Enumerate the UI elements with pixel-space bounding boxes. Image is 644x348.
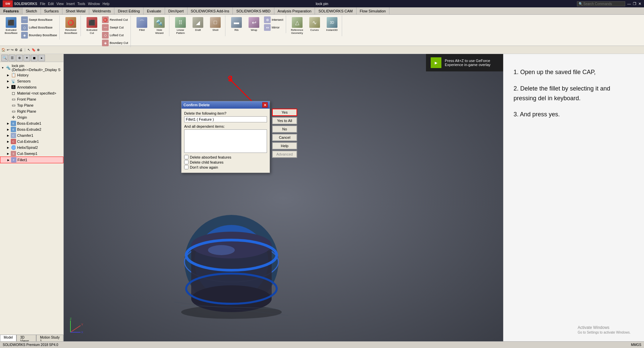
feature-tabs: Features Sketch Surfaces Sheet Metal Wel… <box>0 7 644 15</box>
tab-evaluate[interactable]: Evaluate <box>144 7 165 14</box>
tree-item-cut-sweep1[interactable]: ▶ S Cut-Sweep1 <box>0 151 63 157</box>
panel-btn-6[interactable]: ▸ <box>38 55 45 61</box>
tab-weldments[interactable]: Weldments <box>89 7 115 14</box>
dialog-cancel-btn[interactable]: Cancel <box>272 134 297 141</box>
tree-expand-boss-extrude2[interactable]: ▶ <box>5 127 11 132</box>
close-btn[interactable]: ✕ <box>638 2 641 6</box>
fillet-btn[interactable]: ⌒ Fillet <box>133 16 150 36</box>
tree-root[interactable]: ▼ 🔩 lock pin (Default<<Default>_Display … <box>0 63 63 72</box>
menu-help[interactable]: Help <box>103 2 110 6</box>
dialog-advanced-btn[interactable]: Advanced <box>272 151 297 158</box>
tree-item-annotations[interactable]: ▶ 🅰 Annotations <box>0 84 63 90</box>
toolbar-icon-snap[interactable]: ⊕ <box>37 48 40 52</box>
shell-btn[interactable]: □ Shell <box>207 16 224 36</box>
tree-item-cut-extrude1[interactable]: ▶ C Cut-Extrude1 <box>0 138 63 144</box>
menu-tools[interactable]: Tools <box>77 2 85 6</box>
dialog-checkbox-child[interactable] <box>184 160 189 164</box>
tree-item-history[interactable]: ▶ 📋 History <box>0 72 63 78</box>
tab-surfaces[interactable]: Surfaces <box>41 7 62 14</box>
menu-window[interactable]: Window <box>88 2 100 6</box>
tree-item-fillet1[interactable]: ▶ F Fillet1 2 <box>0 157 63 163</box>
minimize-btn[interactable]: — <box>627 2 631 6</box>
tree-item-front-plane[interactable]: ▭ Front Plane <box>0 96 63 102</box>
curves-btn[interactable]: ∿ Curves <box>306 16 323 36</box>
swept-cut-btn[interactable]: 〰 Swept Cut <box>101 24 129 31</box>
extruded-cut-btn[interactable]: ⬛ Extruded Cut <box>84 16 100 47</box>
wrap-btn[interactable]: ↩ Wrap <box>246 16 262 33</box>
panel-btn-4[interactable]: ✦ <box>23 55 30 61</box>
tab-sheet-metal[interactable]: Sheet Metal <box>62 7 89 14</box>
revolved-cut-btn[interactable]: ⭕ Revolved Cut <box>101 16 129 23</box>
tree-expand-chamfer1[interactable]: ▶ <box>5 133 11 138</box>
lofted-boss-base-btn[interactable]: ◇ Lofted Boss/Base <box>20 24 58 31</box>
tree-expand-fillet1[interactable]: ▶ <box>6 157 11 163</box>
linear-pattern-btn[interactable]: ⠿ Linear Pattern <box>172 16 189 36</box>
tree-expand-cut-extrude1[interactable]: ▶ <box>5 139 11 144</box>
tab-direct-editing[interactable]: Direct Editing <box>114 7 143 14</box>
tree-expand-history[interactable]: ▶ <box>5 72 11 78</box>
tab-flow[interactable]: Flow Simulation <box>357 7 390 14</box>
tree-expand-boss-extrude1[interactable]: ▶ <box>5 121 11 126</box>
instant3d-btn[interactable]: 3D Instant3D <box>324 16 340 36</box>
toolbar-icon-1[interactable]: 🏠 <box>1 48 5 52</box>
tree-item-helix-spiral2[interactable]: ▶ 🌀 Helix/Spiral2 <box>0 144 63 151</box>
dialog-checkbox-absorbed[interactable] <box>184 155 189 159</box>
menu-file[interactable]: File <box>40 2 45 6</box>
menu-view[interactable]: View <box>56 2 64 6</box>
toolbar-icon-5[interactable]: 🖨 <box>19 48 22 52</box>
tree-expand-helix-spiral2[interactable]: ▶ <box>5 145 11 150</box>
intersect-btn[interactable]: ⊗ Intersect <box>263 16 284 23</box>
tree-item-boss-extrude2[interactable]: ▶ E Boss-Extrude2 <box>0 126 63 132</box>
toolbar-icon-cursor[interactable]: ↖ <box>28 48 30 52</box>
tab-cam[interactable]: SOLIDWORKS CAM <box>315 7 356 14</box>
rib-btn[interactable]: ▬ Rib <box>228 16 245 33</box>
tab-analysis[interactable]: Analysis Preparation <box>274 7 315 14</box>
panel-btn-3[interactable]: ⊕ <box>16 55 23 61</box>
menu-insert[interactable]: Insert <box>66 2 75 6</box>
boundary-boss-base-btn[interactable]: ◈ Boundary Boss/Base <box>20 32 58 39</box>
toolbar-icon-2[interactable]: ↩ <box>7 48 9 52</box>
tree-item-chamfer1[interactable]: ▶ C Chamfer1 <box>0 132 63 138</box>
tree-item-origin[interactable]: ✛ Origin <box>0 114 63 120</box>
dialog-checkbox-dont-show[interactable] <box>184 165 189 169</box>
toolbar-icon-4[interactable]: ⚙ <box>15 48 18 52</box>
tree-expand-root[interactable]: ▼ <box>0 65 5 70</box>
tree-item-right-plane[interactable]: ▭ Right Plane <box>0 108 63 114</box>
lofted-cut-btn[interactable]: ◇ Lofted Cut <box>101 32 129 39</box>
dialog-close-btn[interactable]: ✕ <box>262 102 268 108</box>
toolbar-icon-bookmark[interactable]: 🔖 <box>32 48 36 52</box>
dialog-yes-btn[interactable]: Yes <box>272 109 297 116</box>
tab-addins[interactable]: SOLIDWORKS Add-Ins <box>187 7 233 14</box>
svg-text:X: X <box>81 331 83 334</box>
tree-item-sensors[interactable]: ▶ 📡 Sensors <box>0 78 63 84</box>
mirror-btn[interactable]: ⇔ Mirror <box>263 24 284 31</box>
hole-wizard-btn[interactable]: 🔩 Hole Wizard <box>151 16 168 36</box>
tree-expand-cut-sweep1[interactable]: ▶ <box>5 151 11 156</box>
draft-btn[interactable]: ◢ Draft <box>190 16 206 36</box>
reference-geometry-btn[interactable]: △ Reference Geometry <box>289 16 306 36</box>
viewport[interactable]: ▶ Press Alt+Z to use GeForce Experience … <box>64 54 503 342</box>
tree-expand-sensors[interactable]: ▶ <box>5 78 11 84</box>
dialog-yes-to-all-btn[interactable]: Yes to All <box>272 117 297 124</box>
extruded-boss-base-btn[interactable]: ⬛ Extruded Boss/Base <box>3 16 19 39</box>
menu-edit[interactable]: Edit <box>48 2 54 6</box>
tab-sketch[interactable]: Sketch <box>22 7 41 14</box>
panel-btn-5[interactable]: ◼ <box>31 55 38 61</box>
restore-btn[interactable]: ❐ <box>633 2 636 6</box>
dialog-help-btn[interactable]: Help <box>272 142 297 150</box>
search-commands-input[interactable] <box>583 2 624 6</box>
dialog-no-btn[interactable]: No <box>272 125 297 133</box>
panel-btn-2[interactable]: ☰ <box>9 55 15 61</box>
tree-item-top-plane[interactable]: ▭ Top Plane <box>0 102 63 108</box>
tab-features[interactable]: Features <box>0 7 22 14</box>
tab-mbd[interactable]: SOLIDWORKS MBD <box>233 7 274 14</box>
revolved-boss-base-btn[interactable]: ⭕ Revolved Boss/Base <box>62 16 79 36</box>
boundary-cut-btn[interactable]: ◈ Boundary Cut <box>101 39 129 47</box>
tree-item-material[interactable]: ◻ Material <not specified> <box>0 90 63 96</box>
tree-expand-annotations[interactable]: ▶ <box>5 84 11 90</box>
toolbar-icon-3[interactable]: ↪ <box>11 48 13 52</box>
tree-item-boss-extrude1[interactable]: ▶ E Boss-Extrude1 <box>0 120 63 126</box>
panel-btn-1[interactable]: 🔍 <box>1 55 8 61</box>
swept-boss-base-btn[interactable]: 〰 Swept Boss/Base <box>20 16 58 23</box>
tab-dimxpert[interactable]: DimXpert <box>165 7 187 14</box>
